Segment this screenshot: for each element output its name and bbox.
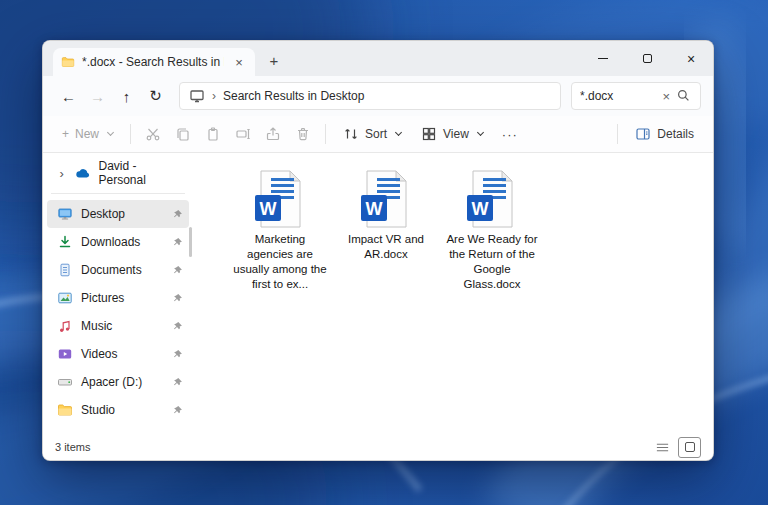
sidebar-item-label: Music: [81, 319, 112, 333]
sidebar-item-apacer-drive[interactable]: Apacer (D:): [47, 368, 189, 396]
details-button-label: Details: [657, 127, 694, 141]
close-button[interactable]: ×: [669, 41, 713, 76]
chevron-down-icon: [395, 129, 402, 136]
sidebar-scrollbar[interactable]: [189, 227, 192, 257]
sidebar-item-label: Desktop: [81, 207, 125, 221]
downloads-icon: [57, 234, 73, 250]
view-icon: [421, 126, 437, 142]
file-name: Impact VR and AR.docx: [339, 232, 433, 262]
sidebar-item-videos[interactable]: Videos: [47, 340, 189, 368]
clear-search-icon[interactable]: ×: [662, 89, 670, 104]
details-pane-icon: [635, 126, 651, 142]
rename-icon: [235, 126, 251, 142]
sort-icon: [343, 126, 359, 142]
sidebar-item-music[interactable]: Music: [47, 312, 189, 340]
delete-button[interactable]: [289, 120, 317, 148]
paste-button[interactable]: [199, 120, 227, 148]
sidebar-item-documents[interactable]: Documents: [47, 256, 189, 284]
file-name: Are We Ready for the Return of the Googl…: [445, 232, 539, 292]
sidebar-item-label: Videos: [81, 347, 117, 361]
pin-icon: [172, 321, 183, 332]
pin-icon: [172, 405, 183, 416]
view-button-label: View: [443, 127, 469, 141]
sidebar-item-label: Apacer (D:): [81, 375, 142, 389]
address-bar[interactable]: › Search Results in Desktop: [179, 82, 561, 110]
sidebar-item-label: David - Personal: [99, 159, 183, 187]
pin-icon: [172, 209, 183, 220]
new-tab-button[interactable]: +: [261, 47, 287, 73]
navigation-sidebar: › David - Personal: [43, 153, 193, 434]
sidebar-item-label: Studio: [81, 403, 115, 417]
view-button[interactable]: View: [412, 120, 492, 148]
desktop-monitor-icon: [189, 88, 205, 104]
search-icon: [676, 88, 692, 104]
up-icon[interactable]: ↑: [113, 83, 140, 110]
command-toolbar: + New: [43, 116, 713, 153]
folder-icon: [61, 55, 75, 69]
copy-icon: [175, 126, 191, 142]
search-box[interactable]: *.docx ×: [571, 82, 701, 110]
toolbar-divider: [617, 124, 618, 144]
cut-button[interactable]: [139, 120, 167, 148]
music-icon: [57, 318, 73, 334]
pin-icon: [172, 237, 183, 248]
search-input[interactable]: *.docx: [580, 89, 656, 103]
tab-close-icon[interactable]: ×: [231, 55, 247, 70]
minimize-button[interactable]: [581, 41, 625, 76]
sort-button-label: Sort: [365, 127, 387, 141]
copy-button[interactable]: [169, 120, 197, 148]
rename-button[interactable]: [229, 120, 257, 148]
pictures-icon: [57, 290, 73, 306]
window-controls: ×: [581, 41, 713, 76]
chevron-down-icon: [107, 129, 114, 136]
sidebar-item-label: Pictures: [81, 291, 124, 305]
maximize-button[interactable]: [625, 41, 669, 76]
drive-icon: [57, 374, 73, 390]
file-item[interactable]: W Impact VR and AR.docx: [337, 169, 435, 262]
sidebar-item-onedrive[interactable]: › David - Personal: [47, 159, 189, 187]
breadcrumb-chevron-icon: ›: [212, 89, 216, 103]
forward-icon[interactable]: →: [84, 83, 111, 110]
word-document-icon: W: [253, 169, 307, 229]
tab-title: *.docx - Search Results in Desk: [82, 55, 224, 69]
explorer-tab[interactable]: *.docx - Search Results in Desk ×: [53, 48, 255, 76]
sidebar-separator: [51, 193, 185, 194]
details-button[interactable]: Details: [626, 120, 703, 148]
pin-icon: [172, 265, 183, 276]
expand-chevron-icon[interactable]: ›: [57, 166, 67, 181]
details-view-button[interactable]: [653, 438, 671, 456]
sidebar-item-pictures[interactable]: Pictures: [47, 284, 189, 312]
address-text: Search Results in Desktop: [223, 89, 364, 103]
pin-icon: [172, 349, 183, 360]
sort-button[interactable]: Sort: [334, 120, 410, 148]
word-letter: W: [366, 199, 383, 219]
pin-icon: [172, 293, 183, 304]
share-button[interactable]: [259, 120, 287, 148]
thumbnail-view-icon: [685, 442, 695, 452]
file-item[interactable]: W Marketing agencies are usually among t…: [231, 169, 329, 292]
sidebar-item-desktop[interactable]: Desktop: [47, 200, 189, 228]
new-button[interactable]: + New: [53, 120, 122, 148]
navigation-bar: ← → ↑ ↻ › Search Results in Desktop *.do…: [43, 76, 713, 116]
videos-icon: [57, 346, 73, 362]
large-icons-view-button[interactable]: [678, 437, 701, 458]
desktop-icon: [57, 206, 73, 222]
onedrive-cloud-icon: [75, 165, 91, 181]
plus-icon: +: [62, 127, 69, 141]
back-icon[interactable]: ←: [55, 83, 82, 110]
file-item[interactable]: W Are We Ready for the Return of the Goo…: [443, 169, 541, 292]
refresh-icon[interactable]: ↻: [142, 83, 169, 110]
chevron-down-icon: [477, 129, 484, 136]
word-letter: W: [472, 199, 489, 219]
sidebar-item-label: Documents: [81, 263, 142, 277]
sidebar-item-studio[interactable]: Studio: [47, 396, 189, 424]
minimize-icon: [598, 58, 608, 59]
new-button-label: New: [75, 127, 99, 141]
item-count: 3 items: [55, 441, 90, 453]
list-view-icon: [655, 440, 670, 455]
more-options-button[interactable]: ···: [494, 127, 526, 142]
paste-icon: [205, 126, 221, 142]
toolbar-divider: [325, 124, 326, 144]
word-letter: W: [260, 199, 277, 219]
sidebar-item-downloads[interactable]: Downloads: [47, 228, 189, 256]
